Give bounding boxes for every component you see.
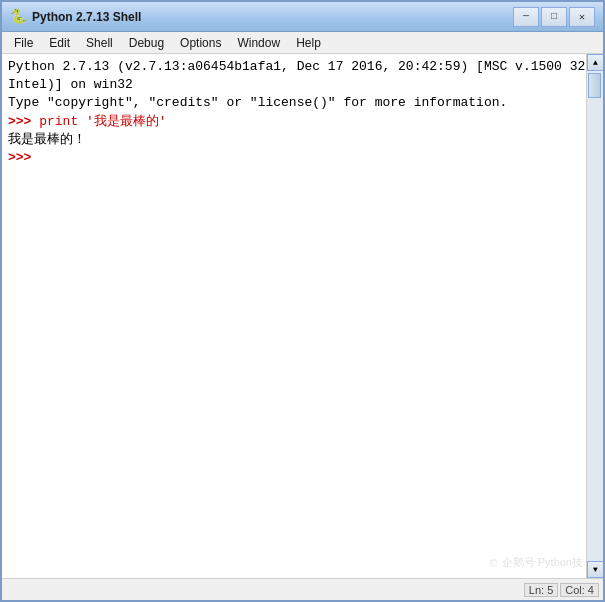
menu-edit[interactable]: Edit xyxy=(41,34,78,52)
output-line-1: 我是最棒的！ xyxy=(8,131,580,149)
code-text-1: print '我是最棒的' xyxy=(39,114,166,129)
minimize-button[interactable]: ─ xyxy=(513,7,539,27)
status-bar: Ln: 5 Col: 4 xyxy=(2,578,603,600)
menu-shell[interactable]: Shell xyxy=(78,34,121,52)
vertical-scrollbar[interactable]: ▲ ▼ xyxy=(586,54,603,578)
scrollbar-thumb[interactable] xyxy=(588,73,601,98)
menu-file[interactable]: File xyxy=(6,34,41,52)
info-line-3: Type "copyright", "credits" or "license(… xyxy=(8,94,580,112)
scrollbar-track[interactable] xyxy=(587,71,603,561)
menu-window[interactable]: Window xyxy=(229,34,288,52)
info-line-1: Python 2.7.13 (v2.7.13:a06454b1afa1, Dec… xyxy=(8,58,580,76)
close-button[interactable]: ✕ xyxy=(569,7,595,27)
content-area: Python 2.7.13 (v2.7.13:a06454b1afa1, Dec… xyxy=(2,54,603,578)
shell-output[interactable]: Python 2.7.13 (v2.7.13:a06454b1afa1, Dec… xyxy=(2,54,586,578)
menu-debug[interactable]: Debug xyxy=(121,34,172,52)
app-icon: 🐍 xyxy=(10,9,26,25)
title-bar: 🐍 Python 2.7.13 Shell ─ □ ✕ xyxy=(2,2,603,32)
menu-help[interactable]: Help xyxy=(288,34,329,52)
prompt-arrow-2: >>> xyxy=(8,150,39,165)
col-number: Col: 4 xyxy=(560,583,599,597)
menu-options[interactable]: Options xyxy=(172,34,229,52)
menu-bar: File Edit Shell Debug Options Window Hel… xyxy=(2,32,603,54)
prompt-arrow-1: >>> xyxy=(8,114,39,129)
prompt-line-2: >>> xyxy=(8,149,580,167)
scrollbar-up-button[interactable]: ▲ xyxy=(587,54,603,71)
scrollbar-down-button[interactable]: ▼ xyxy=(587,561,603,578)
main-window: 🐍 Python 2.7.13 Shell ─ □ ✕ File Edit Sh… xyxy=(0,0,605,602)
prompt-line-1: >>> print '我是最棒的' xyxy=(8,113,580,131)
line-number: Ln: 5 xyxy=(524,583,558,597)
window-title: Python 2.7.13 Shell xyxy=(32,10,513,24)
info-line-2: Intel)] on win32 xyxy=(8,76,580,94)
maximize-button[interactable]: □ xyxy=(541,7,567,27)
window-controls: ─ □ ✕ xyxy=(513,7,595,27)
